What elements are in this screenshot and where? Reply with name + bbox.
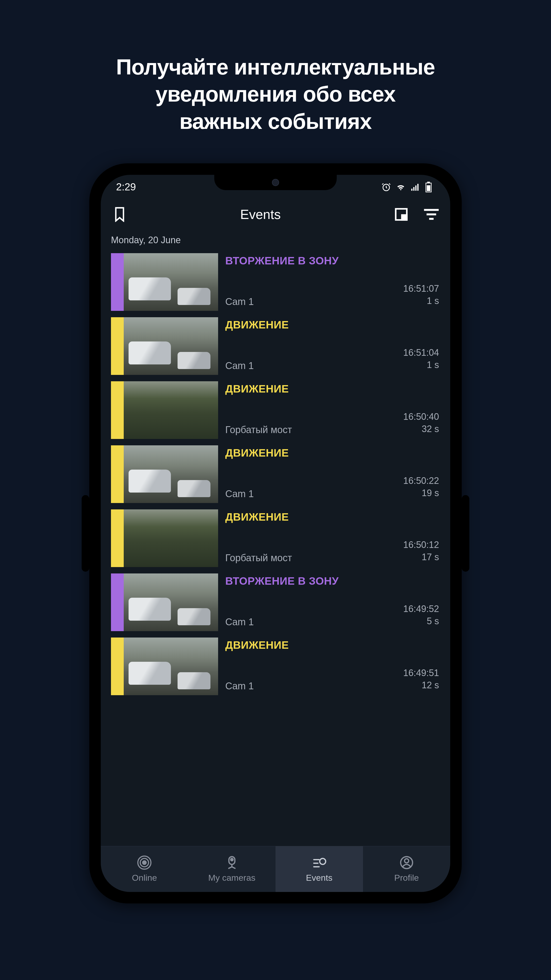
headline-line-1: Получайте интеллектуальные [116,55,435,79]
thumbnail-image [124,573,218,631]
event-thumbnail[interactable] [111,317,218,375]
headline-line-2: уведомления обо всех [156,82,395,106]
tab-profile[interactable]: Profile [363,846,451,892]
header-title: Events [128,207,392,222]
event-duration: 17 s [403,551,439,563]
event-color-bar [111,509,124,567]
tab-label: My cameras [208,873,256,883]
tab-events[interactable]: Events [275,846,363,892]
thumbnail-image [124,445,218,503]
event-camera-name: Горбатый мост [225,425,292,435]
event-time: 16:50:12 [403,539,439,551]
event-duration: 5 s [403,615,439,628]
event-row[interactable]: ВТОРЖЕНИЕ В ЗОНУCam 116:49:525 s [111,573,440,631]
svg-point-21 [320,859,326,864]
event-type-label: ВТОРЖЕНИЕ В ЗОНУ [225,255,439,267]
tab-icon [312,856,326,870]
tab-bar: OnlineMy camerasEventsProfile [101,846,450,892]
svg-point-23 [405,859,409,863]
svg-rect-3 [415,185,416,191]
filter-button[interactable] [423,206,440,223]
bookmark-button[interactable] [111,206,128,223]
tab-online[interactable]: Online [101,846,188,892]
event-type-label: ВТОРЖЕНИЕ В ЗОНУ [225,575,439,587]
svg-point-13 [143,861,146,864]
alarm-icon [381,182,391,192]
event-time: 16:51:04 [403,347,439,359]
svg-rect-9 [402,215,407,220]
svg-point-17 [230,859,233,861]
event-thumbnail[interactable] [111,509,218,567]
event-type-label: ДВИЖЕНИЕ [225,511,439,523]
battery-icon [425,182,432,192]
tab-icon [225,856,239,870]
tab-my-cameras[interactable]: My cameras [188,846,276,892]
event-thumbnail[interactable] [111,253,218,311]
wifi-icon [395,182,406,192]
event-camera-name: Cam 1 [225,296,254,307]
thumbnail-image [124,381,218,439]
thumbnail-image [124,253,218,311]
svg-rect-1 [411,189,413,191]
event-duration: 32 s [403,423,439,435]
event-color-bar [111,381,124,439]
event-duration: 19 s [403,487,439,500]
tab-label: Online [132,873,157,883]
event-row[interactable]: ВТОРЖЕНИЕ В ЗОНУCam 116:51:071 s [111,253,440,311]
signal-icon [410,182,420,192]
event-row[interactable]: ДВИЖЕНИЕCam 116:50:2219 s [111,445,440,503]
tab-label: Profile [394,873,419,883]
event-duration: 1 s [403,295,439,307]
event-type-label: ДВИЖЕНИЕ [225,319,439,331]
event-camera-name: Cam 1 [225,488,254,500]
date-header: Monday, 20 June [101,230,450,253]
status-time: 2:29 [116,181,136,192]
tab-icon [400,856,414,870]
event-camera-name: Горбатый мост [225,552,292,563]
event-row[interactable]: ДВИЖЕНИЕCam 116:51:041 s [111,317,440,375]
events-list[interactable]: ВТОРЖЕНИЕ В ЗОНУCam 116:51:071 sДВИЖЕНИЕ… [101,253,450,846]
event-type-label: ДВИЖЕНИЕ [225,447,439,459]
event-time: 16:51:07 [403,283,439,295]
event-row[interactable]: ДВИЖЕНИЕГорбатый мост16:50:1217 s [111,509,440,567]
event-time: 16:49:52 [403,603,439,615]
layout-toggle-button[interactable] [392,206,410,223]
event-time: 16:50:40 [403,410,439,423]
thumbnail-image [124,317,218,375]
app-header: Events [101,199,450,230]
event-color-bar [111,253,124,311]
phone-mockup: 2:29 [89,163,462,904]
event-time: 16:49:51 [403,667,439,679]
thumbnail-image [124,638,218,695]
event-color-bar [111,317,124,375]
event-duration: 12 s [403,679,439,692]
event-duration: 1 s [403,359,439,371]
event-thumbnail[interactable] [111,573,218,631]
thumbnail-image [124,509,218,567]
phone-notch [214,175,337,190]
event-camera-name: Cam 1 [225,681,254,692]
event-row[interactable]: ДВИЖЕНИЕCam 116:49:5112 s [111,638,440,695]
svg-rect-2 [413,187,414,191]
event-type-label: ДВИЖЕНИЕ [225,383,439,395]
event-thumbnail[interactable] [111,638,218,695]
event-row[interactable]: ДВИЖЕНИЕГорбатый мост16:50:4032 s [111,381,440,439]
headline-line-3: важных событиях [179,109,372,134]
event-color-bar [111,573,124,631]
event-color-bar [111,638,124,695]
event-thumbnail[interactable] [111,445,218,503]
event-color-bar [111,445,124,503]
event-thumbnail[interactable] [111,381,218,439]
svg-rect-7 [427,185,430,191]
event-camera-name: Cam 1 [225,617,254,628]
tab-label: Events [306,873,332,883]
event-type-label: ДВИЖЕНИЕ [225,639,439,651]
tab-icon [137,856,151,870]
svg-rect-4 [417,184,419,191]
event-camera-name: Cam 1 [225,360,254,371]
marketing-headline: Получайте интеллектуальные уведомления о… [0,0,551,135]
event-time: 16:50:22 [403,475,439,487]
